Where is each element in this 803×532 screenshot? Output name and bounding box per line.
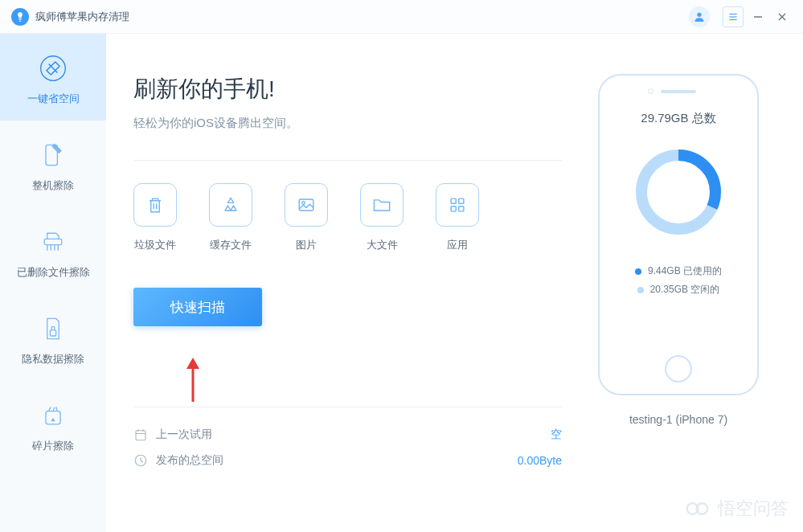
svg-rect-18 [451,198,456,203]
svg-rect-20 [451,207,456,211]
bottom-info: 上一次试用 空 发布的总空间 0.00Byte [133,407,562,473]
category-label: 图片 [296,238,317,252]
dot-free-icon [637,287,644,293]
svg-point-0 [697,12,701,16]
folder-icon [360,183,404,227]
legend-free: 20.35GB 空闲的 [637,283,720,297]
sidebar-item-label: 碎片擦除 [32,439,74,453]
released-label: 发布的总空间 [156,453,223,468]
main-content: 刷新你的手机! 轻松为你的iOS设备腾出空间。 垃圾文件 缓存文件 [106,34,803,532]
sidebar-item-one-click[interactable]: 一键省空间 [0,34,106,121]
sidebar-item-label: 一键省空间 [27,92,80,106]
sidebar: 一键省空间 整机擦除 已删除文件擦除 隐私数据擦除 碎片擦除 [0,34,106,532]
svg-rect-9 [44,239,62,244]
storage-donut-chart [630,144,727,240]
user-avatar-icon[interactable] [689,6,710,27]
svg-rect-19 [459,198,464,203]
storage-total: 29.79GB 总数 [641,111,715,126]
device-panel: 29.79GB 总数 9.44GB 已使用的 20.35GB 空闲的 testi… [586,74,771,508]
category-label: 应用 [447,238,468,252]
category-label: 垃圾文件 [134,238,176,252]
released-value: 0.00Byte [518,454,562,467]
legend-used-label: 9.44GB 已使用的 [648,264,722,278]
svg-rect-21 [459,207,464,211]
titlebar-right [689,6,792,27]
sidebar-item-label: 整机擦除 [32,178,74,193]
page-title: 刷新你的手机! [133,74,562,104]
menu-button[interactable] [723,6,744,27]
sidebar-item-privacy-erase[interactable]: 隐私数据擦除 [0,294,106,381]
legend-used: 9.44GB 已使用的 [635,264,722,278]
sidebar-item-label: 隐私数据擦除 [22,352,84,366]
minimize-button[interactable] [748,7,768,27]
category-label: 缓存文件 [210,238,252,252]
fragment-icon [38,400,68,431]
sidebar-item-fragment-erase[interactable]: 碎片擦除 [0,381,106,468]
last-trial-label: 上一次试用 [156,428,212,442]
titlebar-left: 疯师傅苹果内存清理 [11,8,129,26]
category-photos[interactable]: 图片 [285,183,328,252]
divider [133,160,562,161]
sidebar-item-label: 已删除文件擦除 [17,265,90,280]
quick-scan-button[interactable]: 快速扫描 [133,288,262,326]
phone-camera-icon [648,88,653,94]
app-logo-icon [11,8,29,26]
page-subtitle: 轻松为你的iOS设备腾出空间。 [133,116,562,131]
svg-point-17 [302,202,305,205]
info-row-last-trial: 上一次试用 空 [133,422,562,448]
legend-free-label: 20.35GB 空闲的 [650,283,720,297]
category-junk[interactable]: 垃圾文件 [133,183,177,252]
category-row: 垃圾文件 缓存文件 图片 [133,183,562,252]
category-label: 大文件 [367,238,398,252]
info-row-released: 发布的总空间 0.00Byte [133,448,562,473]
apps-icon [436,183,479,227]
sidebar-item-deleted-erase[interactable]: 已删除文件擦除 [0,207,106,294]
svg-rect-14 [50,330,55,336]
dot-used-icon [635,268,641,275]
svg-rect-22 [136,431,145,440]
titlebar: 疯师傅苹果内存清理 [0,0,803,34]
calendar-icon [133,428,148,442]
sim-lock-icon [38,313,68,344]
close-button[interactable] [772,7,792,27]
trash-icon [133,183,177,227]
category-cache[interactable]: 缓存文件 [209,183,252,252]
category-apps[interactable]: 应用 [436,183,479,252]
recycle-icon [209,183,252,227]
sidebar-item-full-erase[interactable]: 整机擦除 [0,121,106,207]
phone-erase-icon [38,140,68,170]
phone-outline: 29.79GB 总数 9.44GB 已使用的 20.35GB 空闲的 [598,74,759,395]
shredder-icon [38,227,68,257]
app-title: 疯师傅苹果内存清理 [35,10,129,24]
image-icon [285,183,328,227]
last-trial-value: 空 [551,428,562,442]
device-name: testing-1 (iPhone 7) [629,413,727,426]
flashlight-icon [38,53,68,84]
category-bigfiles[interactable]: 大文件 [360,183,404,252]
clock-icon [133,453,148,468]
